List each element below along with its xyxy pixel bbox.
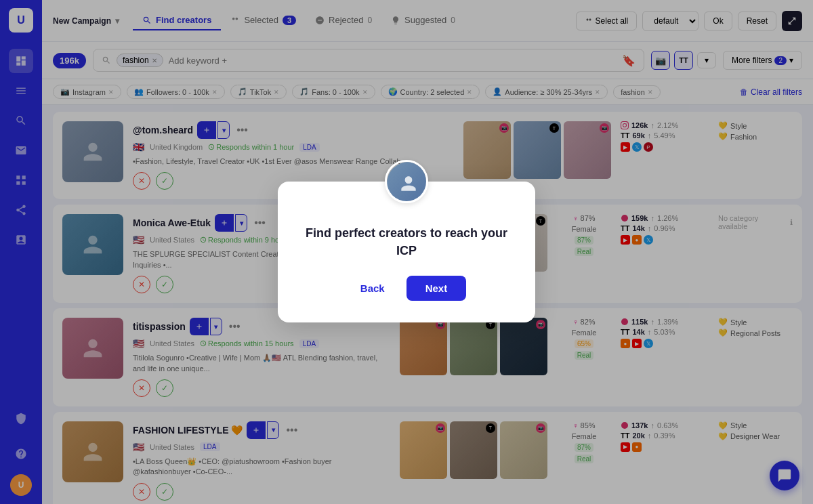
modal-title: Find perfect creators to reach your ICP	[305, 225, 508, 259]
modal-actions: Back Next	[305, 276, 508, 301]
back-button[interactable]: Back	[347, 277, 398, 299]
next-button[interactable]: Next	[406, 276, 467, 301]
modal-avatar	[385, 160, 428, 203]
modal-overlay[interactable]: Find perfect creators to reach your ICP …	[0, 0, 813, 504]
modal-dialog: Find perfect creators to reach your ICP …	[278, 182, 535, 322]
